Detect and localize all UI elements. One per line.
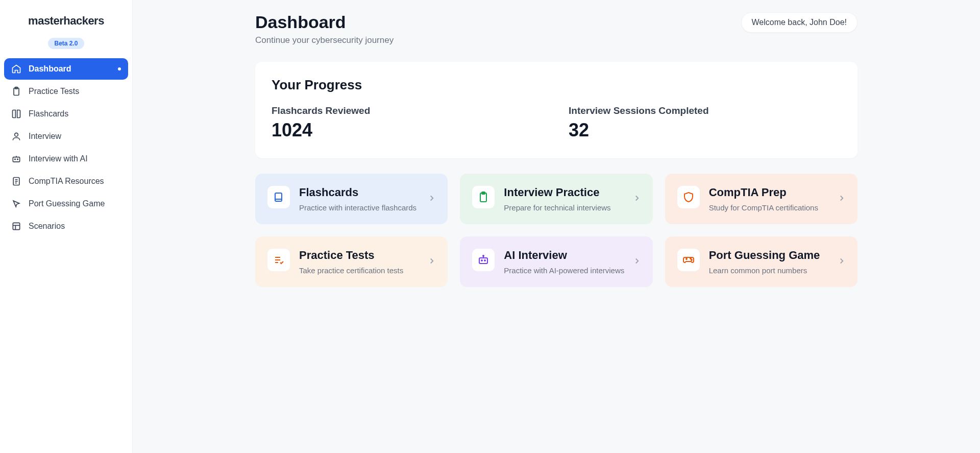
sidebar-item-dashboard[interactable]: Dashboard <box>4 58 128 80</box>
book-icon <box>267 186 290 208</box>
sidebar-item-label: Practice Tests <box>29 87 79 96</box>
svg-rect-10 <box>13 223 19 229</box>
card-flashcards[interactable]: Flashcards Practice with interactive fla… <box>255 174 448 224</box>
card-practice-tests[interactable]: Practice Tests Take practice certificati… <box>255 236 448 287</box>
svg-point-5 <box>17 159 18 160</box>
card-comptia-prep[interactable]: CompTIA Prep Study for CompTIA certifica… <box>665 174 857 224</box>
progress-title: Your Progress <box>272 77 841 93</box>
metric-flashcards: Flashcards Reviewed 1024 <box>272 105 544 141</box>
svg-point-21 <box>484 260 485 261</box>
document-icon <box>11 176 21 186</box>
progress-card: Your Progress Flashcards Reviewed 1024 I… <box>255 62 857 158</box>
metric-label: Flashcards Reviewed <box>272 105 544 116</box>
brand-logo: masterhackers <box>4 14 128 28</box>
sidebar-item-interview[interactable]: Interview <box>4 126 128 147</box>
card-title: AI Interview <box>504 249 640 262</box>
home-icon <box>11 64 21 74</box>
sidebar-nav: Dashboard Practice Tests Flashcards In <box>4 58 128 237</box>
card-desc: Take practice certification tests <box>299 266 435 275</box>
card-title: Interview Practice <box>504 186 640 199</box>
main-content: Dashboard Continue your cybersecurity jo… <box>133 0 980 453</box>
sidebar-item-label: Interview with AI <box>29 154 88 163</box>
user-icon <box>11 131 21 141</box>
card-port-game[interactable]: Port Guessing Game Learn common port num… <box>665 236 857 287</box>
card-desc: Prepare for technical interviews <box>504 203 640 212</box>
card-title: Practice Tests <box>299 249 435 262</box>
svg-point-20 <box>481 260 482 261</box>
card-ai-interview[interactable]: AI Interview Practice with AI-powered in… <box>460 236 652 287</box>
card-desc: Practice with interactive flashcards <box>299 203 435 212</box>
active-dot-icon <box>118 67 121 70</box>
svg-point-22 <box>483 255 484 256</box>
card-desc: Practice with AI-powered interviews <box>504 266 640 275</box>
card-desc: Learn common port numbers <box>709 266 845 275</box>
cursor-click-icon <box>11 199 21 209</box>
sidebar-item-label: CompTIA Resources <box>29 177 104 186</box>
clipboard-icon <box>11 86 21 97</box>
action-cards-grid: Flashcards Practice with interactive fla… <box>255 174 857 287</box>
gamepad-icon <box>677 249 700 271</box>
svg-point-4 <box>15 159 16 160</box>
sidebar-item-port-game[interactable]: Port Guessing Game <box>4 193 128 214</box>
card-interview-practice[interactable]: Interview Practice Prepare for technical… <box>460 174 652 224</box>
metric-label: Interview Sessions Completed <box>569 105 841 116</box>
sidebar-item-scenarios[interactable]: Scenarios <box>4 216 128 237</box>
sidebar-item-label: Scenarios <box>29 222 65 231</box>
bot-icon <box>472 249 495 271</box>
metric-value: 32 <box>569 120 841 141</box>
svg-rect-3 <box>13 157 19 162</box>
sidebar: masterhackers Beta 2.0 Dashboard Practic… <box>0 0 133 453</box>
welcome-message: Welcome back, John Doe! <box>741 12 857 33</box>
chevron-right-icon <box>632 194 642 205</box>
svg-rect-13 <box>275 193 282 201</box>
list-check-icon <box>267 249 290 271</box>
sidebar-item-label: Interview <box>29 132 61 141</box>
card-title: Flashcards <box>299 186 435 199</box>
sidebar-item-comptia[interactable]: CompTIA Resources <box>4 171 128 192</box>
svg-rect-19 <box>479 258 487 264</box>
chevron-right-icon <box>837 194 846 205</box>
sidebar-item-interview-ai[interactable]: Interview with AI <box>4 148 128 170</box>
chevron-right-icon <box>837 256 846 268</box>
card-desc: Study for CompTIA certifications <box>709 203 845 212</box>
svg-point-23 <box>690 258 691 259</box>
sidebar-item-label: Flashcards <box>29 109 68 118</box>
page-title: Dashboard <box>255 12 394 32</box>
sidebar-item-label: Port Guessing Game <box>29 199 105 208</box>
layout-icon <box>11 221 21 231</box>
sidebar-item-label: Dashboard <box>29 64 71 74</box>
page-header: Dashboard Continue your cybersecurity jo… <box>255 12 857 45</box>
chevron-right-icon <box>632 256 642 268</box>
chevron-right-icon <box>427 194 436 205</box>
metric-interviews: Interview Sessions Completed 32 <box>569 105 841 141</box>
chevron-right-icon <box>427 256 436 268</box>
shield-icon <box>677 186 700 208</box>
beta-badge: Beta 2.0 <box>48 38 84 49</box>
svg-point-2 <box>15 133 18 136</box>
bot-icon <box>11 154 21 164</box>
page-subtitle: Continue your cybersecurity journey <box>255 35 394 45</box>
sidebar-item-flashcards[interactable]: Flashcards <box>4 103 128 125</box>
card-title: Port Guessing Game <box>709 249 845 262</box>
card-title: CompTIA Prep <box>709 186 845 199</box>
metric-value: 1024 <box>272 120 544 141</box>
book-icon <box>11 109 21 119</box>
clipboard-icon <box>472 186 495 208</box>
svg-point-24 <box>691 259 692 260</box>
sidebar-item-practice-tests[interactable]: Practice Tests <box>4 81 128 102</box>
